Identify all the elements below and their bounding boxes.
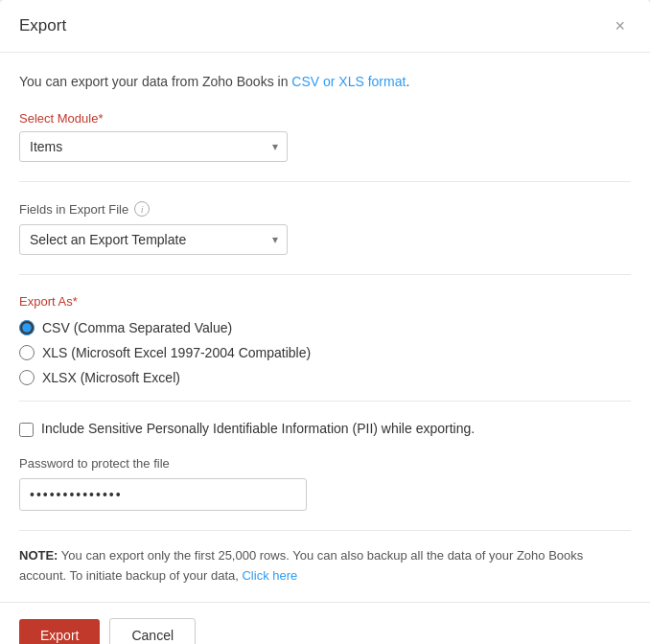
password-section: Password to protect the file (19, 456, 631, 511)
cancel-button[interactable]: Cancel (109, 618, 196, 644)
modal-title: Export (19, 16, 66, 35)
note-section: NOTE: You can export only the first 25,0… (19, 530, 631, 602)
backup-link[interactable]: Click here (242, 568, 297, 583)
password-input[interactable] (19, 478, 307, 511)
radio-xlsx[interactable]: XLSX (Microsoft Excel) (19, 370, 631, 385)
export-modal: Export × You can export your data from Z… (0, 0, 650, 644)
radio-csv-label: CSV (Comma Separated Value) (42, 320, 232, 335)
template-select-wrapper: Select an Export Template All Fields Def… (19, 224, 288, 255)
fields-section: Fields in Export File i Select an Export… (19, 201, 631, 275)
password-label: Password to protect the file (19, 456, 631, 471)
format-link[interactable]: CSV or XLS format (291, 74, 406, 89)
select-module-field: Select Module* Items Contacts Invoices E… (19, 111, 631, 162)
radio-csv-input[interactable] (19, 320, 35, 335)
modal-body: You can export your data from Zoho Books… (0, 53, 650, 602)
intro-section: You can export your data from Zoho Books… (19, 72, 631, 182)
select-module-label: Select Module* (19, 111, 631, 126)
fields-label-row: Fields in Export File i (19, 201, 631, 217)
intro-text: You can export your data from Zoho Books… (19, 72, 631, 92)
radio-csv[interactable]: CSV (Comma Separated Value) (19, 320, 631, 335)
modal-header: Export × (0, 0, 650, 53)
export-button[interactable]: Export (19, 619, 100, 644)
close-button[interactable]: × (609, 15, 631, 36)
export-as-label: Export As* (19, 294, 631, 309)
info-icon[interactable]: i (134, 201, 150, 217)
export-format-radio-group: CSV (Comma Separated Value) XLS (Microso… (19, 320, 631, 385)
radio-xls[interactable]: XLS (Microsoft Excel 1997-2004 Compatibl… (19, 345, 631, 360)
fields-label: Fields in Export File (19, 202, 128, 217)
note-text: You can export only the first 25,000 row… (19, 548, 583, 583)
select-module-dropdown[interactable]: Items Contacts Invoices Expenses (19, 131, 288, 162)
template-dropdown[interactable]: Select an Export Template All Fields Def… (19, 224, 288, 255)
note-prefix: NOTE: (19, 548, 58, 563)
radio-xls-input[interactable] (19, 345, 35, 360)
pii-checkbox-label[interactable]: Include Sensitive Personally Identifiabl… (19, 421, 631, 437)
pii-checkbox-text: Include Sensitive Personally Identifiabl… (41, 421, 475, 436)
pii-checkbox-section: Include Sensitive Personally Identifiabl… (19, 421, 631, 437)
pii-checkbox-input[interactable] (19, 423, 34, 437)
radio-xlsx-label: XLSX (Microsoft Excel) (42, 370, 180, 385)
radio-xls-label: XLS (Microsoft Excel 1997-2004 Compatibl… (42, 345, 311, 360)
radio-xlsx-input[interactable] (19, 370, 35, 385)
export-as-section: Export As* CSV (Comma Separated Value) X… (19, 294, 631, 402)
modal-footer: Export Cancel (0, 602, 650, 644)
select-module-wrapper: Items Contacts Invoices Expenses ▾ (19, 131, 288, 162)
